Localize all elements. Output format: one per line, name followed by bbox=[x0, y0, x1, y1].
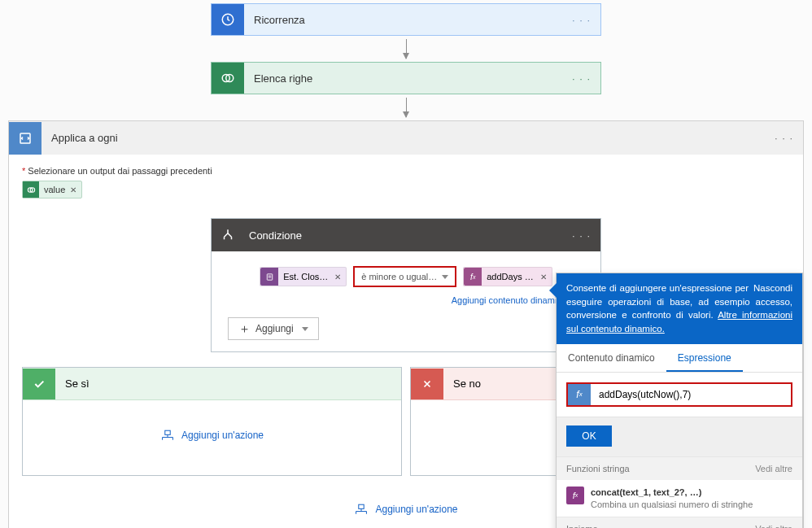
list-rows-menu[interactable]: · · · bbox=[562, 72, 600, 85]
field-icon bbox=[260, 268, 278, 286]
condition-left-operand[interactable]: Est. Clos… ✕ bbox=[260, 267, 347, 286]
tab-dynamic-content[interactable]: Contenuto dinamico bbox=[557, 344, 666, 372]
expression-popup: Nascondi Consente di aggiungere un'espre… bbox=[556, 273, 803, 528]
fx-icon: fx bbox=[568, 384, 591, 405]
condition-operator-dropdown[interactable]: è minore o ugual… bbox=[353, 266, 456, 287]
fn-concat-desc: Combina un qualsiasi numero di stringhe bbox=[591, 499, 753, 511]
condition-header[interactable]: Condizione · · · bbox=[212, 219, 600, 251]
connector-arrow bbox=[406, 98, 407, 117]
add-action-label: Aggiungi un'azione bbox=[375, 504, 457, 515]
token-remove[interactable]: ✕ bbox=[70, 185, 76, 194]
right-operand-label: addDays … bbox=[487, 272, 533, 281]
recurrence-title: Ricorrenza bbox=[244, 14, 562, 26]
left-operand-remove[interactable]: ✕ bbox=[334, 273, 341, 281]
list-rows-step[interactable]: Elenca righe · · · bbox=[211, 62, 601, 94]
popup-pointer bbox=[549, 283, 557, 298]
value-token[interactable]: value ✕ bbox=[22, 181, 82, 199]
if-yes-title: Se sì bbox=[55, 377, 89, 390]
dataverse-icon bbox=[23, 181, 39, 198]
check-icon bbox=[23, 369, 55, 399]
popup-tabs: Contenuto dinamico Espressione bbox=[557, 344, 802, 373]
token-label: value bbox=[44, 185, 65, 194]
condition-icon bbox=[212, 228, 244, 242]
see-more-string[interactable]: Vedi altre bbox=[755, 464, 792, 473]
expression-input-wrapper: fx bbox=[566, 382, 792, 407]
add-action-bottom[interactable]: Aggiungi un'azione bbox=[354, 504, 457, 515]
add-action-label: Aggiungi un'azione bbox=[181, 430, 264, 441]
condition-card: Condizione · · · Est. Clos… ✕ è minore o… bbox=[211, 218, 601, 352]
if-yes-branch: Se sì Aggiungi un'azione bbox=[22, 367, 402, 476]
fn-concat-sig: concat(text_1, text_2?, …) bbox=[591, 487, 753, 499]
condition-menu[interactable]: · · · bbox=[562, 229, 600, 242]
dataverse-icon bbox=[212, 63, 244, 94]
apply-to-each-header[interactable]: Applica a ogni · · · bbox=[8, 120, 804, 155]
loop-icon bbox=[9, 122, 41, 155]
right-operand-remove[interactable]: ✕ bbox=[540, 273, 547, 281]
operator-label: è minore o ugual… bbox=[361, 272, 437, 281]
see-more-collection[interactable]: Vedi altre bbox=[755, 524, 792, 528]
list-rows-title: Elenca righe bbox=[244, 72, 562, 85]
clock-icon bbox=[212, 4, 244, 35]
left-operand-label: Est. Clos… bbox=[283, 272, 328, 281]
svg-rect-14 bbox=[359, 504, 364, 508]
recurrence-menu[interactable]: · · · bbox=[562, 14, 600, 26]
recurrence-step[interactable]: Ricorrenza · · · bbox=[211, 3, 601, 36]
fx-icon: fx bbox=[464, 268, 482, 286]
if-no-title: Se no bbox=[443, 377, 481, 390]
section-string-title: Funzioni stringa bbox=[566, 464, 630, 473]
add-condition-label: Aggiungi bbox=[255, 323, 294, 334]
svg-rect-9 bbox=[165, 430, 170, 434]
condition-title: Condizione bbox=[244, 229, 562, 242]
fx-icon: fx bbox=[566, 487, 584, 504]
chevron-down-icon bbox=[302, 327, 308, 331]
add-action-yes[interactable]: Aggiungi un'azione bbox=[160, 430, 264, 441]
fn-concat[interactable]: fx concat(text_1, text_2?, …) Combina un… bbox=[557, 480, 802, 517]
apply-to-each-menu[interactable]: · · · bbox=[765, 132, 803, 144]
chevron-down-icon bbox=[442, 275, 448, 279]
tab-expression[interactable]: Espressione bbox=[666, 344, 743, 372]
popup-header: Nascondi Consente di aggiungere un'espre… bbox=[557, 273, 802, 344]
close-icon bbox=[411, 369, 443, 399]
popup-hide-link[interactable]: Nascondi bbox=[753, 281, 792, 295]
ok-button[interactable]: OK bbox=[566, 425, 612, 447]
output-from-label: Selezionare un output dai passaggi prece… bbox=[22, 166, 790, 176]
apply-to-each-title: Applica a ogni bbox=[41, 132, 765, 144]
add-condition-button[interactable]: ＋ Aggiungi bbox=[228, 317, 319, 340]
section-collection-title: Insieme bbox=[566, 524, 598, 528]
condition-right-operand[interactable]: fx addDays … ✕ bbox=[463, 267, 552, 286]
expression-input[interactable] bbox=[591, 389, 791, 400]
connector-arrow bbox=[406, 39, 407, 59]
